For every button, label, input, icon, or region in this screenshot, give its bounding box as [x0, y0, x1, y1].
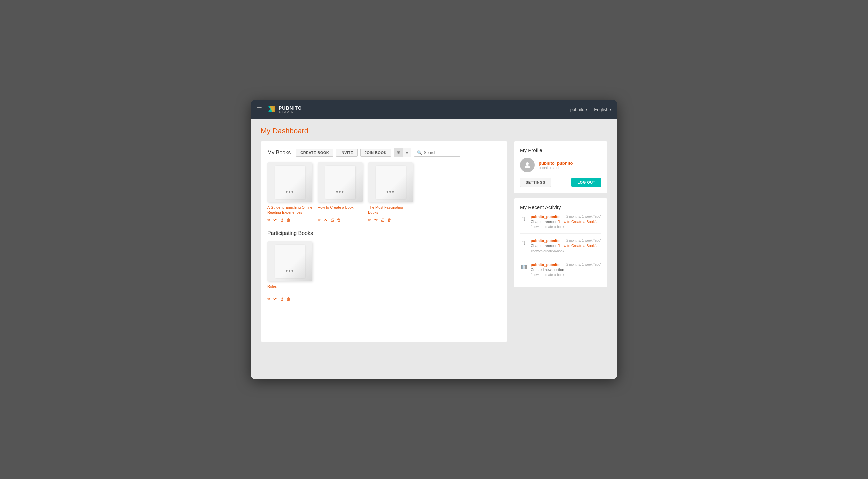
activity-header-0: pubnito_pubnito 2 months, 1 week "ago" [531, 215, 601, 219]
file-icon-2: 📄 [521, 265, 527, 269]
book-cover-2: ••• [368, 162, 413, 203]
participating-books-grid: ••• Roles ✏ 👁 🖨 🗑 [267, 241, 501, 301]
reorder-icon-1: ⇅ [522, 240, 526, 245]
logo-container: PUBNITO STUDIO [266, 104, 302, 114]
book-cover-0: ••• [267, 162, 312, 203]
page-title: My Dashboard [261, 127, 607, 136]
delete-icon-2[interactable]: 🗑 [388, 218, 391, 222]
activity-card: My Recent Activity ⇅ pubnito_pubnito 2 m… [514, 199, 607, 287]
book-cover-inner-2: ••• [376, 166, 406, 199]
book-title-2: The Most Fascinating Books [368, 205, 413, 216]
profile-buttons: SETTINGS LOG OUT [520, 178, 601, 187]
profile-subtitle: pubnito studio [539, 166, 573, 170]
print-icon-0[interactable]: 🖨 [280, 218, 284, 222]
book-dots-2: ••• [386, 189, 395, 196]
book-dots-0: ••• [286, 189, 294, 196]
activity-item-2: 📄 pubnito_pubnito 2 months, 1 week "ago"… [520, 263, 601, 281]
nav-right: pubnito English [570, 107, 611, 112]
activity-tag-1: #how-to-create-a-book [531, 249, 601, 253]
participating-book-actions-0: ✏ 👁 🖨 🗑 [267, 297, 312, 301]
book-cover-1: ••• [318, 162, 363, 203]
invite-button[interactable]: INVITE [336, 149, 357, 157]
activity-desc-2: Created new section [531, 267, 601, 272]
delete-icon-0[interactable]: 🗑 [287, 218, 291, 222]
profile-username: pubnito_pubnito [539, 161, 573, 166]
print-icon-1[interactable]: 🖨 [330, 218, 334, 222]
user-dropdown[interactable]: pubnito [570, 107, 588, 112]
book-cover-inner-1: ••• [326, 166, 355, 199]
profile-card: My Profile pubnito_pubnito pubnito studi… [514, 142, 607, 193]
participating-book-title-0: Roles [267, 284, 312, 295]
activity-user-0: pubnito_pubnito [531, 215, 560, 219]
view-icon-1[interactable]: 👁 [324, 218, 328, 222]
activity-content-1: pubnito_pubnito 2 months, 1 week "ago" C… [531, 239, 601, 252]
my-books-header: My Books CREATE BOOK INVITE JOIN BOOK ⊞ … [267, 148, 501, 157]
activity-time-0: 2 months, 1 week "ago" [566, 215, 601, 218]
activity-user-2: pubnito_pubnito [531, 263, 560, 267]
edit-icon-1[interactable]: ✏ [318, 218, 321, 222]
activity-icon-wrap-2: 📄 [520, 263, 527, 271]
participating-print-icon-0[interactable]: 🖨 [280, 297, 284, 301]
activity-content-2: pubnito_pubnito 2 months, 1 week "ago" C… [531, 263, 601, 276]
logo-text: PUBNITO STUDIO [279, 106, 302, 113]
logout-button[interactable]: LOG OUT [571, 178, 601, 187]
main-content: My Dashboard My Books CREATE BOOK INVITE… [251, 119, 617, 379]
language-dropdown[interactable]: English [594, 107, 611, 112]
activity-item-0: ⇅ pubnito_pubnito 2 months, 1 week "ago"… [520, 215, 601, 234]
join-book-button[interactable]: JOIN BOOK [360, 149, 391, 157]
book-title-1: How to Create a Book [318, 205, 363, 216]
logo-pubnito: PUBNITO [279, 106, 302, 111]
create-book-button[interactable]: CREATE BOOK [296, 149, 333, 157]
dashboard-layout: My Books CREATE BOOK INVITE JOIN BOOK ⊞ … [261, 142, 607, 341]
profile-info: pubnito_pubnito pubnito studio [520, 158, 601, 173]
my-books-grid: ••• A Guide to Enriching Offline Reading… [267, 162, 501, 222]
activity-header-1: pubnito_pubnito 2 months, 1 week "ago" [531, 239, 601, 242]
view-icon-0[interactable]: 👁 [273, 218, 277, 222]
search-container: 🔍 [414, 149, 460, 157]
participating-edit-icon-0[interactable]: ✏ [267, 297, 271, 301]
activity-tag-2: #how-to-create-a-book [531, 273, 601, 276]
activity-time-2: 2 months, 1 week "ago" [566, 263, 601, 266]
search-input[interactable] [424, 150, 457, 155]
activity-content-0: pubnito_pubnito 2 months, 1 week "ago" C… [531, 215, 601, 229]
logo-icon [266, 104, 276, 114]
activity-icon-wrap-1: ⇅ [520, 239, 527, 246]
my-books-title: My Books [267, 150, 291, 156]
book-actions-0: ✏ 👁 🖨 🗑 [267, 218, 312, 222]
book-card-0[interactable]: ••• A Guide to Enriching Offline Reading… [267, 162, 312, 222]
book-card-1[interactable]: ••• How to Create a Book ✏ 👁 🖨 🗑 [318, 162, 363, 222]
book-dots-1: ••• [336, 189, 344, 196]
view-icon-2[interactable]: 👁 [374, 218, 378, 222]
activity-time-1: 2 months, 1 week "ago" [566, 239, 601, 242]
right-panel: My Profile pubnito_pubnito pubnito studi… [514, 142, 607, 341]
book-cover-inner-0: ••• [275, 166, 305, 199]
activity-card-title: My Recent Activity [520, 205, 601, 210]
participating-delete-icon-0[interactable]: 🗑 [287, 297, 291, 301]
grid-view-button[interactable]: ⊞ [394, 148, 403, 157]
edit-icon-2[interactable]: ✏ [368, 218, 371, 222]
participating-books-section: Participating Books ••• Roles ✏ � [267, 231, 501, 301]
participating-book-cover-0: ••• [267, 241, 312, 281]
activity-item-1: ⇅ pubnito_pubnito 2 months, 1 week "ago"… [520, 239, 601, 258]
delete-icon-1[interactable]: 🗑 [337, 218, 341, 222]
book-actions-1: ✏ 👁 🖨 🗑 [318, 218, 363, 222]
screen-wrapper: ☰ PUBNITO STUDIO pubnito English My Dash… [251, 100, 617, 379]
left-panel: My Books CREATE BOOK INVITE JOIN BOOK ⊞ … [261, 142, 507, 341]
settings-button[interactable]: SETTINGS [520, 178, 551, 187]
profile-text: pubnito_pubnito pubnito studio [539, 161, 573, 170]
activity-desc-1: Chapter reorder "How to Create a Book". [531, 243, 601, 248]
avatar [520, 158, 535, 173]
print-icon-2[interactable]: 🖨 [381, 218, 385, 222]
list-view-button[interactable]: ≡ [403, 148, 411, 157]
hamburger-icon[interactable]: ☰ [257, 106, 262, 113]
svg-point-2 [526, 162, 529, 165]
logo-studio: STUDIO [279, 111, 302, 113]
participating-book-card-0[interactable]: ••• Roles ✏ 👁 🖨 🗑 [267, 241, 312, 301]
participating-title: Participating Books [267, 231, 501, 237]
participating-view-icon-0[interactable]: 👁 [273, 297, 277, 301]
edit-icon-0[interactable]: ✏ [267, 218, 271, 222]
participating-book-cover-inner-0: ••• [275, 244, 305, 278]
activity-header-2: pubnito_pubnito 2 months, 1 week "ago" [531, 263, 601, 267]
book-card-2[interactable]: ••• The Most Fascinating Books ✏ 👁 🖨 🗑 [368, 162, 413, 222]
profile-card-title: My Profile [520, 147, 601, 153]
